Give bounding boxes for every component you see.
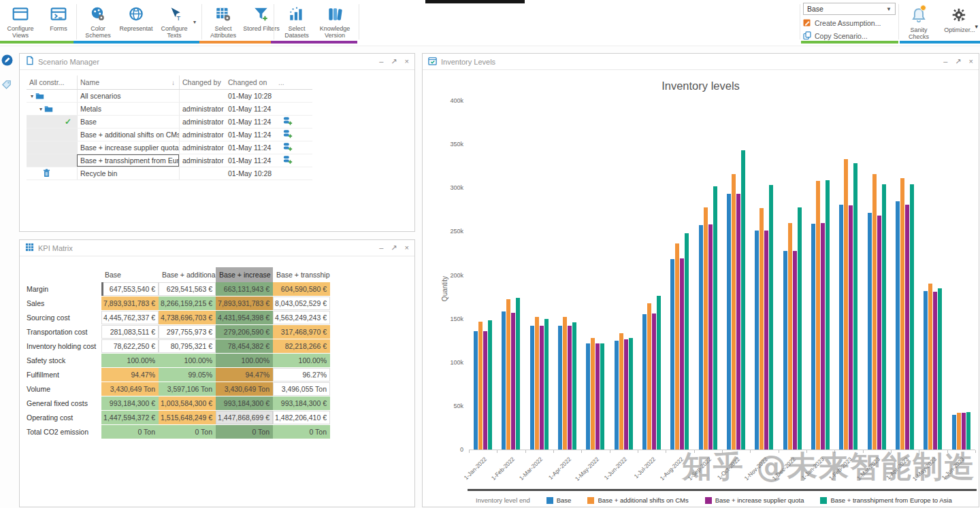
kpi-value-cell[interactable]: 4,431,954,398 € [216, 311, 273, 324]
bar[interactable] [600, 343, 604, 450]
bar[interactable] [502, 311, 506, 450]
maximize-button[interactable]: ↗ [391, 244, 397, 252]
close-button[interactable]: × [969, 58, 973, 65]
scenario-dropdown[interactable]: Base ▼ [803, 3, 896, 15]
chart-range-scrollbar[interactable] [468, 489, 977, 491]
bar[interactable] [568, 326, 572, 450]
bar[interactable] [910, 184, 914, 450]
kpi-value-cell[interactable]: 4,738,696,703 € [159, 311, 216, 324]
minimize-button[interactable]: – [943, 58, 947, 65]
kpi-value-cell[interactable]: 0 Ton [216, 425, 273, 439]
bar[interactable] [816, 181, 820, 450]
bar[interactable] [713, 186, 717, 450]
sanity-checks-button[interactable]: Sanity Checks [902, 1, 935, 41]
expand-caret-icon[interactable]: ▾ [39, 106, 42, 112]
bar[interactable] [732, 174, 736, 450]
dataset-add-icon[interactable] [283, 155, 293, 166]
kpi-value-cell[interactable]: 80,795,321 € [159, 339, 216, 353]
kpi-value-cell[interactable]: 94.47% [101, 368, 159, 382]
kpi-value-cell[interactable]: 0 Ton [159, 425, 216, 439]
bar[interactable] [652, 314, 656, 450]
legend-item[interactable]: Base + additional shifts on CMs [587, 496, 688, 504]
bar[interactable] [868, 213, 872, 450]
dataset-add-icon[interactable] [283, 142, 293, 153]
bar[interactable] [952, 415, 956, 450]
select-attributes-button[interactable]: Select Attributes [204, 0, 242, 41]
kpi-column-header[interactable]: Base + additiona... [159, 267, 216, 282]
kpi-value-cell[interactable]: 993,184,300 € [101, 396, 159, 410]
bar[interactable] [506, 299, 510, 450]
kpi-value-cell[interactable]: 0 Ton [273, 425, 330, 439]
column-header-name[interactable]: Name↓ [77, 75, 179, 89]
bar[interactable] [511, 313, 515, 450]
kpi-value-cell[interactable]: 8,266,159,215 € [159, 297, 216, 310]
table-row[interactable]: ▾All scenarios01-May 10:28 [27, 90, 312, 103]
bar[interactable] [657, 296, 661, 450]
bar[interactable] [821, 223, 825, 450]
kpi-value-cell[interactable]: 99.05% [159, 368, 216, 382]
kpi-value-cell[interactable]: 0 Ton [101, 425, 159, 439]
scenario-name-cell[interactable]: Metals [77, 103, 179, 115]
column-header-changed-on[interactable]: Changed on [225, 75, 276, 89]
bar[interactable] [586, 343, 590, 450]
kpi-value-cell[interactable]: 7,893,931,783 € [101, 297, 159, 310]
bar[interactable] [938, 288, 942, 450]
kpi-value-cell[interactable]: 1,482,206,410 € [273, 411, 330, 424]
kpi-value-cell[interactable]: 3,430,649 Ton [216, 382, 273, 396]
bar[interactable] [900, 178, 904, 450]
bar[interactable] [727, 194, 731, 450]
kpi-value-cell[interactable]: 3,496,055 Ton [273, 382, 330, 396]
kpi-value-cell[interactable]: 8,043,052,529 € [273, 297, 330, 310]
sort-descending-icon[interactable]: ↓ [172, 79, 175, 86]
scenario-name-cell[interactable]: Base + additional shifts on CMs [77, 129, 179, 141]
bar[interactable] [924, 291, 928, 450]
close-button[interactable]: × [405, 58, 409, 65]
bar[interactable] [798, 207, 802, 450]
bar[interactable] [680, 258, 684, 450]
bar[interactable] [572, 322, 576, 450]
bar[interactable] [708, 224, 713, 450]
bar[interactable] [615, 341, 619, 450]
kpi-value-cell[interactable]: 281,083,511 € [101, 325, 159, 339]
copy-scenario-item[interactable]: Copy Scenario... [803, 31, 896, 41]
configure-views-button[interactable]: Configure Views [1, 0, 39, 41]
bar[interactable] [478, 322, 483, 450]
bar[interactable] [530, 326, 534, 450]
scenario-name-cell[interactable]: Recycle bin [77, 167, 179, 180]
bar[interactable] [905, 205, 909, 450]
kpi-value-cell[interactable]: 100.00% [159, 354, 216, 367]
scenario-name-cell[interactable]: Base + increase supplier quota [77, 141, 179, 154]
bar[interactable] [675, 243, 679, 450]
kpi-column-header[interactable]: Base + transship... [273, 267, 330, 282]
bar[interactable] [839, 205, 843, 450]
configure-texts-dropdown-icon[interactable]: ▾ [193, 19, 196, 25]
stored-filters-button[interactable]: Stored Filters [242, 0, 280, 41]
bar[interactable] [877, 216, 881, 450]
bar[interactable] [896, 201, 900, 450]
bar[interactable] [483, 331, 487, 450]
bar[interactable] [793, 251, 797, 450]
kpi-value-cell[interactable]: 647,553,540 € [101, 282, 159, 296]
bar[interactable] [591, 338, 595, 450]
kpi-column-header[interactable]: Base [101, 267, 159, 282]
expand-caret-icon[interactable]: ▾ [31, 93, 33, 99]
scenario-name-cell[interactable]: Base [77, 116, 179, 128]
legend-item[interactable]: Base [546, 496, 572, 504]
bar[interactable] [516, 298, 520, 450]
bar[interactable] [788, 223, 792, 450]
bar[interactable] [764, 231, 768, 450]
bar[interactable] [540, 326, 544, 450]
bar[interactable] [670, 259, 674, 450]
bar[interactable] [933, 292, 937, 450]
kpi-value-cell[interactable]: 1,003,584,300 € [159, 396, 216, 410]
knowledge-version-button[interactable]: Knowledge Version [316, 0, 354, 41]
kpi-value-cell[interactable]: 78,454,382 € [216, 339, 273, 353]
column-header-more[interactable]: ... [276, 75, 300, 89]
dataset-add-icon[interactable] [283, 116, 293, 127]
bar[interactable] [629, 338, 633, 450]
bar[interactable] [928, 284, 932, 450]
bar[interactable] [488, 320, 492, 450]
maximize-button[interactable]: ↗ [391, 58, 397, 65]
bar[interactable] [882, 184, 886, 450]
dataset-add-icon[interactable] [283, 129, 293, 140]
